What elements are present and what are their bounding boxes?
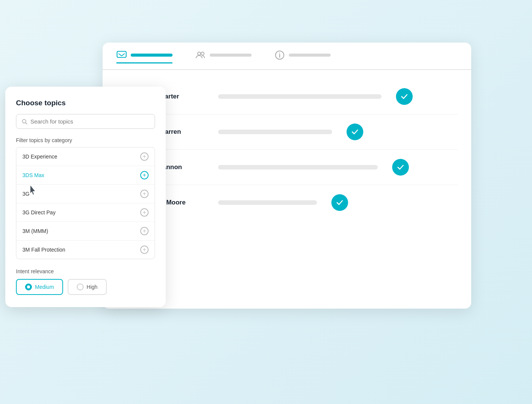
topic-label: 3DS Max: [22, 172, 44, 178]
topic-row-3ds-max[interactable]: 3DS Max +: [16, 166, 155, 185]
check-button[interactable]: [331, 194, 348, 211]
topic-label: 3M Fall Protection: [22, 247, 65, 253]
topic-label: 3G: [22, 191, 30, 197]
topic-add-icon[interactable]: +: [140, 227, 149, 235]
topic-label: 3M (MMM): [22, 228, 48, 234]
tab-info[interactable]: [274, 50, 331, 62]
topic-add-icon[interactable]: +: [140, 152, 149, 161]
radio-dot-high: [77, 284, 84, 290]
intent-medium-button[interactable]: Medium: [16, 279, 63, 295]
topic-row-3d-exp[interactable]: 3D Experience +: [16, 147, 155, 166]
left-panel: Choose topics Filter topics by category …: [5, 87, 166, 307]
tab-inactive-bar-2: [289, 54, 331, 57]
tab-bar: [103, 43, 471, 70]
intent-medium-label: Medium: [35, 284, 54, 290]
svg-point-1: [198, 52, 201, 55]
people-icon: [195, 50, 206, 60]
tab-active-bar: [131, 54, 173, 57]
topics-list: 3D Experience + 3DS Max + 3G + 3G Direct…: [16, 147, 155, 259]
radio-inner-medium: [27, 285, 30, 288]
person-bar: [218, 130, 332, 134]
intent-section: Intent relevance Medium High: [16, 268, 155, 295]
radio-dot-medium: [25, 284, 32, 290]
svg-line-21: [25, 122, 27, 124]
info-icon: [274, 50, 285, 60]
topic-add-icon[interactable]: +: [140, 171, 149, 179]
svg-point-5: [279, 52, 280, 53]
svg-rect-0: [117, 51, 126, 57]
topic-row-3g[interactable]: 3G +: [16, 185, 155, 203]
search-icon: [22, 119, 27, 125]
person-row: John Carter: [116, 79, 458, 114]
topic-row-3m-fall[interactable]: 3M Fall Protection +: [16, 241, 155, 259]
search-box[interactable]: [16, 114, 155, 129]
intent-buttons: Medium High: [16, 279, 155, 295]
intent-high-label: High: [87, 284, 98, 290]
topic-add-icon[interactable]: +: [140, 208, 149, 217]
check-button[interactable]: [347, 124, 363, 140]
topic-label: 3D Experience: [22, 154, 57, 160]
check-button[interactable]: [396, 88, 413, 105]
message-icon: [116, 50, 127, 60]
check-button[interactable]: [392, 159, 409, 176]
tab-inactive-bar-1: [210, 54, 252, 57]
person-bar: [218, 165, 378, 170]
topic-add-icon[interactable]: +: [140, 190, 149, 198]
person-row: Sophie Moore: [116, 185, 458, 220]
person-bar: [218, 200, 317, 205]
intent-label: Intent relevance: [16, 268, 155, 274]
topic-add-icon[interactable]: +: [140, 246, 149, 254]
intent-high-button[interactable]: High: [68, 279, 107, 295]
svg-point-2: [201, 52, 204, 55]
person-row: Matt Cannon: [116, 150, 458, 185]
tab-people[interactable]: [195, 50, 252, 62]
panel-title: Choose topics: [16, 99, 155, 107]
topic-row-3g-direct[interactable]: 3G Direct Pay +: [16, 203, 155, 222]
tab-messages[interactable]: [116, 50, 173, 62]
topic-row-3m-mmm[interactable]: 3M (MMM) +: [16, 222, 155, 241]
filter-label: Filter topics by category: [16, 137, 155, 143]
person-row: Mike Warren: [116, 114, 458, 150]
person-bar: [218, 94, 382, 99]
topic-label: 3G Direct Pay: [22, 209, 55, 215]
search-input[interactable]: [30, 118, 149, 125]
